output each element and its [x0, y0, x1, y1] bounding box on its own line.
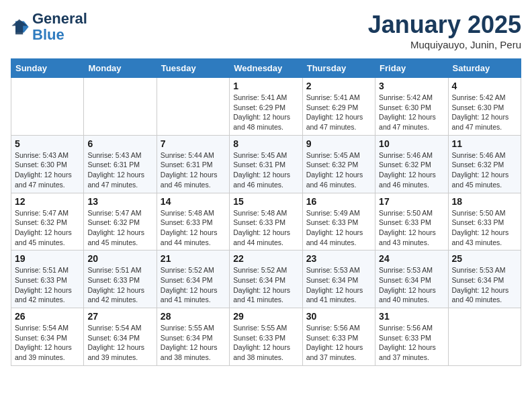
- logo-line2: Blue: [32, 27, 87, 43]
- day-number: 23: [306, 253, 371, 264]
- day-info: Sunrise: 5:53 AMSunset: 6:34 PMDaylight:…: [452, 265, 517, 305]
- day-info: Sunrise: 5:53 AMSunset: 6:34 PMDaylight:…: [306, 265, 371, 305]
- day-number: 20: [87, 253, 152, 264]
- day-cell: 14Sunrise: 5:48 AMSunset: 6:33 PMDayligh…: [157, 193, 229, 250]
- day-number: 8: [233, 138, 298, 149]
- day-info: Sunrise: 5:43 AMSunset: 6:30 PMDaylight:…: [15, 150, 80, 190]
- weekday-header-wednesday: Wednesday: [230, 59, 302, 78]
- day-cell: 29Sunrise: 5:55 AMSunset: 6:33 PMDayligh…: [230, 308, 302, 366]
- day-number: 11: [452, 138, 517, 149]
- day-info: Sunrise: 5:48 AMSunset: 6:33 PMDaylight:…: [161, 208, 226, 248]
- weekday-header-thursday: Thursday: [302, 59, 375, 78]
- day-info: Sunrise: 5:43 AMSunset: 6:31 PMDaylight:…: [87, 150, 152, 190]
- day-cell: 16Sunrise: 5:49 AMSunset: 6:33 PMDayligh…: [302, 193, 375, 250]
- day-number: 2: [306, 81, 371, 91]
- day-cell: 26Sunrise: 5:54 AMSunset: 6:34 PMDayligh…: [11, 308, 84, 366]
- day-number: 27: [87, 311, 152, 322]
- day-number: 30: [306, 311, 371, 322]
- day-info: Sunrise: 5:41 AMSunset: 6:29 PMDaylight:…: [306, 93, 371, 132]
- day-number: 4: [452, 81, 517, 91]
- day-number: 31: [379, 311, 444, 322]
- day-info: Sunrise: 5:49 AMSunset: 6:33 PMDaylight:…: [306, 208, 371, 248]
- day-cell: 11Sunrise: 5:46 AMSunset: 6:32 PMDayligh…: [448, 135, 521, 193]
- day-info: Sunrise: 5:47 AMSunset: 6:32 PMDaylight:…: [87, 208, 152, 248]
- day-cell: 4Sunrise: 5:42 AMSunset: 6:30 PMDaylight…: [448, 78, 521, 136]
- weekday-header-saturday: Saturday: [448, 59, 521, 78]
- day-cell: 17Sunrise: 5:50 AMSunset: 6:33 PMDayligh…: [375, 193, 448, 250]
- day-number: 16: [306, 196, 371, 207]
- day-info: Sunrise: 5:51 AMSunset: 6:33 PMDaylight:…: [15, 265, 80, 305]
- day-info: Sunrise: 5:44 AMSunset: 6:31 PMDaylight:…: [161, 150, 226, 190]
- day-cell: 21Sunrise: 5:52 AMSunset: 6:34 PMDayligh…: [157, 250, 229, 308]
- day-info: Sunrise: 5:51 AMSunset: 6:33 PMDaylight:…: [87, 265, 152, 305]
- weekday-header-sunday: Sunday: [11, 59, 84, 78]
- day-info: Sunrise: 5:55 AMSunset: 6:33 PMDaylight:…: [233, 323, 298, 363]
- day-info: Sunrise: 5:41 AMSunset: 6:29 PMDaylight:…: [233, 93, 298, 132]
- day-number: 29: [233, 311, 298, 322]
- day-number: 5: [15, 138, 80, 149]
- day-cell: [157, 78, 229, 136]
- day-number: 3: [379, 81, 444, 91]
- day-cell: 10Sunrise: 5:46 AMSunset: 6:32 PMDayligh…: [375, 135, 448, 193]
- day-info: Sunrise: 5:53 AMSunset: 6:34 PMDaylight:…: [379, 265, 444, 305]
- day-info: Sunrise: 5:46 AMSunset: 6:32 PMDaylight:…: [452, 150, 517, 190]
- weekday-header-friday: Friday: [375, 59, 448, 78]
- week-row-1: 1Sunrise: 5:41 AMSunset: 6:29 PMDaylight…: [11, 78, 521, 136]
- weekday-header-tuesday: Tuesday: [157, 59, 229, 78]
- day-info: Sunrise: 5:55 AMSunset: 6:34 PMDaylight:…: [161, 323, 226, 363]
- day-number: 17: [379, 196, 444, 207]
- day-cell: 12Sunrise: 5:47 AMSunset: 6:32 PMDayligh…: [11, 193, 84, 250]
- day-number: 13: [87, 196, 152, 207]
- day-cell: 19Sunrise: 5:51 AMSunset: 6:33 PMDayligh…: [11, 250, 84, 308]
- day-number: 25: [452, 253, 517, 264]
- day-cell: 5Sunrise: 5:43 AMSunset: 6:30 PMDaylight…: [11, 135, 84, 193]
- title-block: January 2025 Muquiyauyo, Junin, Peru: [368, 11, 521, 50]
- day-cell: [448, 308, 521, 366]
- day-number: 1: [233, 81, 298, 91]
- day-number: 7: [161, 138, 226, 149]
- page-header: General Blue January 2025 Muquiyauyo, Ju…: [11, 11, 521, 50]
- day-cell: 7Sunrise: 5:44 AMSunset: 6:31 PMDaylight…: [157, 135, 229, 193]
- day-cell: 1Sunrise: 5:41 AMSunset: 6:29 PMDaylight…: [230, 78, 302, 136]
- day-info: Sunrise: 5:45 AMSunset: 6:32 PMDaylight:…: [306, 150, 371, 190]
- day-info: Sunrise: 5:52 AMSunset: 6:34 PMDaylight:…: [233, 265, 298, 305]
- day-cell: [11, 78, 84, 136]
- calendar-table: SundayMondayTuesdayWednesdayThursdayFrid…: [11, 58, 521, 366]
- month-title: January 2025: [368, 11, 521, 39]
- day-number: 15: [233, 196, 298, 207]
- week-row-2: 5Sunrise: 5:43 AMSunset: 6:30 PMDaylight…: [11, 135, 521, 193]
- day-cell: 22Sunrise: 5:52 AMSunset: 6:34 PMDayligh…: [230, 250, 302, 308]
- day-cell: 24Sunrise: 5:53 AMSunset: 6:34 PMDayligh…: [375, 250, 448, 308]
- week-row-4: 19Sunrise: 5:51 AMSunset: 6:33 PMDayligh…: [11, 250, 521, 308]
- day-cell: 18Sunrise: 5:50 AMSunset: 6:33 PMDayligh…: [448, 193, 521, 250]
- weekday-header-monday: Monday: [84, 59, 157, 78]
- day-info: Sunrise: 5:46 AMSunset: 6:32 PMDaylight:…: [379, 150, 444, 190]
- day-cell: 2Sunrise: 5:41 AMSunset: 6:29 PMDaylight…: [302, 78, 375, 136]
- day-number: 9: [306, 138, 371, 149]
- day-cell: 13Sunrise: 5:47 AMSunset: 6:32 PMDayligh…: [84, 193, 157, 250]
- day-info: Sunrise: 5:54 AMSunset: 6:34 PMDaylight:…: [87, 323, 152, 363]
- location-subtitle: Muquiyauyo, Junin, Peru: [368, 39, 521, 50]
- day-cell: 23Sunrise: 5:53 AMSunset: 6:34 PMDayligh…: [302, 250, 375, 308]
- logo: General Blue: [11, 11, 87, 43]
- day-cell: 15Sunrise: 5:48 AMSunset: 6:33 PMDayligh…: [230, 193, 302, 250]
- weekday-header-row: SundayMondayTuesdayWednesdayThursdayFrid…: [11, 59, 521, 78]
- day-info: Sunrise: 5:42 AMSunset: 6:30 PMDaylight:…: [379, 93, 444, 132]
- day-info: Sunrise: 5:48 AMSunset: 6:33 PMDaylight:…: [233, 208, 298, 248]
- day-cell: 9Sunrise: 5:45 AMSunset: 6:32 PMDaylight…: [302, 135, 375, 193]
- day-cell: [84, 78, 157, 136]
- logo-icon: [11, 17, 30, 36]
- day-cell: 25Sunrise: 5:53 AMSunset: 6:34 PMDayligh…: [448, 250, 521, 308]
- day-number: 21: [161, 253, 226, 264]
- day-info: Sunrise: 5:42 AMSunset: 6:30 PMDaylight:…: [452, 93, 517, 132]
- week-row-3: 12Sunrise: 5:47 AMSunset: 6:32 PMDayligh…: [11, 193, 521, 250]
- day-info: Sunrise: 5:52 AMSunset: 6:34 PMDaylight:…: [161, 265, 226, 305]
- day-cell: 28Sunrise: 5:55 AMSunset: 6:34 PMDayligh…: [157, 308, 229, 366]
- day-number: 28: [161, 311, 226, 322]
- day-number: 22: [233, 253, 298, 264]
- day-info: Sunrise: 5:45 AMSunset: 6:31 PMDaylight:…: [233, 150, 298, 190]
- day-number: 10: [379, 138, 444, 149]
- day-info: Sunrise: 5:54 AMSunset: 6:34 PMDaylight:…: [15, 323, 80, 363]
- day-number: 24: [379, 253, 444, 264]
- day-cell: 30Sunrise: 5:56 AMSunset: 6:33 PMDayligh…: [302, 308, 375, 366]
